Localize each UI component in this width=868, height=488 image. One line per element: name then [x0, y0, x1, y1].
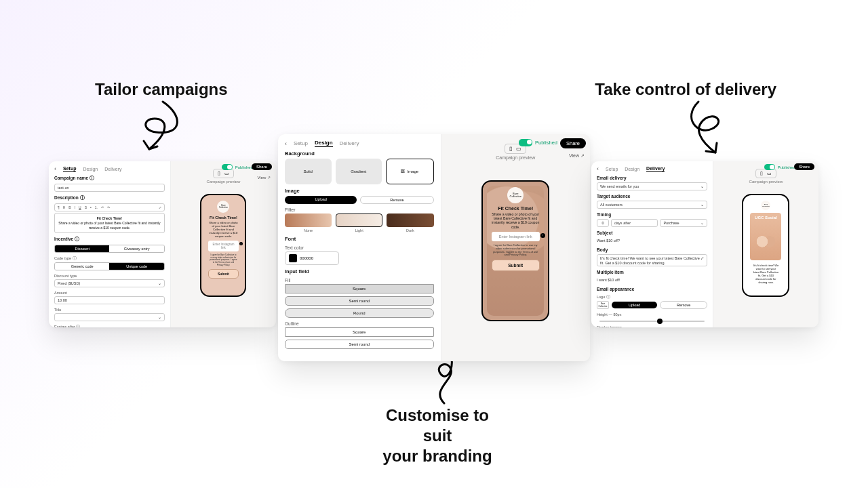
- logo-upload[interactable]: Upload: [612, 302, 657, 308]
- tab-setup[interactable]: Setup: [63, 166, 76, 172]
- brand-logo: Bare Collective: [761, 201, 770, 210]
- phone-input: Enter Instagram linki: [492, 232, 540, 241]
- fill-square[interactable]: Square: [285, 284, 434, 293]
- filter-options[interactable]: None Light Dark: [285, 214, 434, 232]
- tab-setup[interactable]: Setup: [294, 140, 308, 146]
- phone-title: Fit Check Time!: [498, 206, 533, 211]
- outline-square[interactable]: Square: [285, 327, 434, 337]
- image-icon: 🖼: [401, 169, 405, 174]
- filter-dark[interactable]: [387, 214, 433, 227]
- back-icon[interactable]: ‹: [54, 165, 56, 172]
- desktop-icon: ▭: [516, 146, 521, 152]
- upload-button[interactable]: Upload: [285, 196, 357, 204]
- tab-delivery[interactable]: Delivery: [104, 167, 121, 171]
- card-setup: ‹ Setup Design Delivery Campaign name ⓘ …: [49, 161, 276, 327]
- phone-desc: Share a video or photo of your latest Ba…: [208, 221, 238, 238]
- rich-text-toolbar[interactable]: ¶HBIUS•1.↶↷⤢: [54, 203, 165, 211]
- share-button[interactable]: Share: [560, 138, 586, 148]
- publish-toggle[interactable]: Published: [222, 164, 253, 170]
- display-banner-label: Display banner: [597, 325, 707, 327]
- outline-semiround[interactable]: Semi round: [285, 340, 434, 349]
- view-link[interactable]: View ↗: [569, 153, 585, 159]
- multiple-input[interactable]: I want $10 off!: [597, 277, 707, 283]
- amount-input[interactable]: 10.00: [54, 296, 165, 304]
- phone-submit: Submit: [492, 260, 540, 271]
- tab-design[interactable]: Design: [83, 167, 98, 171]
- bg-solid[interactable]: Solid: [285, 159, 332, 184]
- title-input[interactable]: ⌄: [54, 313, 165, 321]
- bg-image[interactable]: 🖼Image: [386, 159, 434, 184]
- filter-none[interactable]: [285, 214, 332, 227]
- text-color-input[interactable]: 000000: [285, 251, 339, 265]
- body-label: Body: [597, 247, 707, 252]
- logo-remove[interactable]: Remove: [660, 301, 707, 309]
- share-button[interactable]: Share: [252, 163, 272, 170]
- timing-unit[interactable]: days after: [611, 219, 658, 227]
- publish-toggle[interactable]: Published: [764, 164, 795, 170]
- arrow-left: [136, 98, 190, 159]
- phone-preview: Bare Collective Fit Check Time! Share a …: [200, 194, 246, 297]
- tabs: ‹ Setup Design Delivery: [54, 165, 165, 172]
- discount-type-select[interactable]: Fixed ($USD)⌄: [54, 279, 165, 287]
- appearance-label: Email appearance: [597, 287, 707, 291]
- brand-logo: Bare Collective: [217, 201, 229, 213]
- mobile-icon: ▯: [509, 146, 512, 152]
- background-label: Background: [285, 150, 434, 157]
- remove-button[interactable]: Remove: [360, 196, 433, 204]
- desktop-icon: ▭: [767, 171, 772, 176]
- input-field-label: Input field: [285, 268, 434, 274]
- back-icon[interactable]: ‹: [597, 165, 599, 172]
- title-label: Title: [54, 308, 165, 312]
- body-input[interactable]: It's fit check time! We want to see your…: [597, 254, 707, 266]
- height-slider[interactable]: [599, 321, 705, 322]
- target-label: Target audience: [597, 194, 707, 199]
- image-label: Image: [285, 188, 434, 194]
- description-label: Description ⓘ: [54, 195, 165, 201]
- tabs: ‹ Setup Design Delivery: [597, 165, 707, 172]
- email-hero: UGC Social: [750, 213, 781, 260]
- fill-semiround[interactable]: Semi round: [285, 296, 434, 306]
- description-editor[interactable]: Fit Check Time! Share a video or photo o…: [54, 213, 165, 233]
- back-icon[interactable]: ‹: [285, 140, 287, 147]
- code-type-label: Code type ⓘ: [54, 256, 165, 261]
- subject-input[interactable]: Want $10 off?: [597, 237, 707, 244]
- desktop-icon: ▭: [224, 171, 229, 176]
- tab-setup[interactable]: Setup: [606, 167, 618, 171]
- outline-label: Outline: [285, 321, 434, 326]
- logo-thumb: Bare Collective: [597, 301, 609, 309]
- bg-gradient[interactable]: Gradient: [336, 159, 382, 184]
- brand-logo: Bare Collective: [507, 187, 524, 203]
- tab-delivery[interactable]: Delivery: [646, 166, 665, 172]
- headline-bottom: Customise to suit your branding: [370, 405, 505, 466]
- campaign-name-input[interactable]: test on: [54, 184, 165, 192]
- publish-toggle[interactable]: Published: [519, 139, 557, 146]
- text-color-label: Text color: [285, 245, 434, 250]
- code-type-toggle[interactable]: Generic code Unique code: [54, 262, 165, 270]
- view-link[interactable]: View ↗: [257, 175, 271, 180]
- tab-design[interactable]: Design: [315, 140, 333, 147]
- email-delivery-select[interactable]: We send emails for you⌄: [597, 182, 707, 190]
- phone-terms: I agree for Bare Collective to use my vi…: [491, 244, 540, 257]
- tab-delivery[interactable]: Delivery: [340, 140, 359, 146]
- fill-round[interactable]: Round: [285, 308, 434, 318]
- target-select[interactable]: All customers⌄: [597, 201, 707, 209]
- mobile-icon: ▯: [218, 171, 220, 176]
- timing-num[interactable]: 0: [597, 219, 609, 227]
- phone-title: Fit Check Time!: [210, 216, 237, 220]
- multiple-label: Multiple item: [597, 270, 707, 274]
- image-actions: Upload Remove: [285, 196, 434, 204]
- tab-design[interactable]: Design: [625, 167, 639, 171]
- mobile-icon: ▯: [760, 171, 763, 176]
- arrow-right: [678, 98, 732, 159]
- background-options[interactable]: Solid Gradient 🖼Image: [285, 159, 434, 184]
- device-toggle[interactable]: ▯▭: [755, 169, 776, 178]
- filter-light[interactable]: [336, 214, 382, 227]
- incentive-toggle[interactable]: Discount Giveaway entry: [54, 245, 165, 253]
- share-button[interactable]: Share: [794, 163, 814, 170]
- email-preview: Bare Collective UGC Social It's fit chec…: [742, 194, 789, 297]
- timing-event[interactable]: Purchase⌄: [660, 219, 707, 227]
- color-swatch: [289, 254, 297, 262]
- discount-type-label: Discount type: [54, 274, 165, 278]
- incentive-label: Incentive ⓘ: [54, 237, 165, 243]
- device-toggle[interactable]: ▯▭: [213, 169, 234, 178]
